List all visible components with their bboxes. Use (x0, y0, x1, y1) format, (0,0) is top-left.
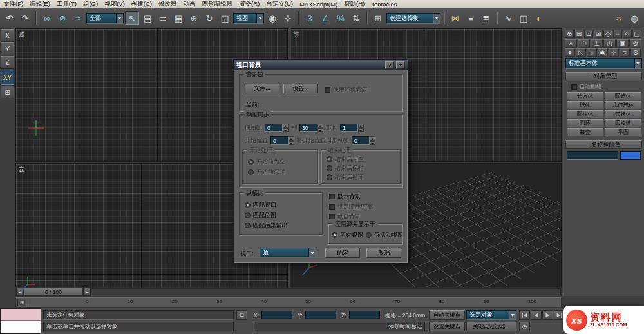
match-bitmap-radio[interactable] (245, 212, 251, 218)
tab-hierarchy[interactable]: ⊥ (591, 39, 603, 48)
set-key-button[interactable]: 设置关键点 (429, 322, 465, 331)
select-and-scale-icon[interactable]: ◱ (218, 11, 232, 25)
crossing-window-icon[interactable]: ▦ (171, 11, 185, 25)
previous-key-icon[interactable]: ◀ (531, 310, 542, 320)
material-editor-icon[interactable]: ◐ (532, 11, 546, 25)
named-selection-set-dropdown[interactable]: 创建选择集 (386, 13, 440, 24)
object-type-rollout-header[interactable]: - 对象类型 (565, 72, 642, 80)
menu-edit[interactable]: 编辑(E) (26, 0, 53, 8)
use-pivot-center-icon[interactable]: ◉ (265, 11, 279, 25)
menu-maxscript[interactable]: MAXScript(M) (296, 1, 341, 8)
lock-zoom-pan-checkbox[interactable] (329, 204, 335, 210)
teapot-button[interactable]: 茶壶 (567, 128, 603, 136)
mini-listener-macro-pane[interactable] (1, 309, 41, 321)
field-of-view-icon[interactable]: ◇ (603, 30, 612, 38)
systems-icon[interactable]: ⊛ (630, 48, 641, 57)
reference-coordsys-dropdown[interactable]: 视图 (233, 13, 264, 24)
object-name-field[interactable] (567, 151, 618, 160)
edit-named-selections-icon[interactable]: ⊞ (371, 11, 385, 25)
chevron-down-icon[interactable] (509, 311, 516, 319)
match-render-output-radio[interactable] (245, 223, 251, 228)
dialog-title-bar[interactable]: 视口背景 ? × (234, 60, 408, 70)
open-mini-curve-editor-icon[interactable]: ⊞ (17, 299, 26, 306)
restrict-xy-plane-button[interactable]: XY (1, 70, 14, 85)
tab-create[interactable]: ◬ (565, 39, 577, 48)
plane-button[interactable]: 平面 (605, 128, 641, 136)
sphere-button[interactable]: 球体 (567, 101, 603, 109)
time-slider-track[interactable] (91, 288, 561, 295)
cone-button[interactable]: 圆锥体 (605, 92, 641, 100)
schematic-view-icon[interactable]: ◫ (516, 11, 531, 25)
tab-modify[interactable]: ◠ (578, 39, 590, 48)
rectangular-region-icon[interactable]: ▭ (156, 11, 170, 25)
use-environment-background-checkbox[interactable] (325, 87, 330, 93)
viewport-dropdown[interactable]: 顶 (260, 248, 316, 257)
select-and-link-icon[interactable]: ∞ (40, 11, 54, 25)
object-color-swatch[interactable] (620, 151, 641, 160)
align-icon[interactable]: ≡ (464, 11, 478, 25)
menu-modifiers[interactable]: 修改器 (155, 0, 180, 8)
menu-animation[interactable]: 动画 (180, 0, 199, 8)
render-production-icon[interactable]: ◍ (627, 11, 641, 25)
curve-editor-icon[interactable]: ∿ (501, 11, 515, 25)
match-viewport-radio[interactable] (245, 202, 251, 208)
pyramid-button[interactable]: 四棱锥 (605, 119, 641, 127)
close-icon[interactable]: × (396, 61, 405, 69)
space-warps-icon[interactable]: ≈ (620, 48, 630, 57)
hold-before-start-radio[interactable] (248, 169, 254, 175)
select-object-icon[interactable]: ↖ (125, 11, 139, 25)
pan-icon[interactable]: ⇔ (613, 30, 622, 38)
mini-listener-script-pane[interactable] (1, 321, 41, 333)
unlink-selection-icon[interactable]: ⊘ (55, 11, 70, 25)
chevron-down-icon[interactable] (433, 14, 440, 23)
display-background-checkbox[interactable] (329, 194, 335, 199)
cancel-button[interactable]: 取消 (366, 248, 401, 258)
sync-start-spinner[interactable]: 0 (352, 136, 375, 145)
spinner-arrows-icon[interactable] (289, 136, 294, 145)
mirror-icon[interactable]: ⋈ (448, 11, 462, 25)
tab-display[interactable]: ▣ (616, 39, 629, 48)
chevron-down-icon[interactable] (308, 248, 316, 257)
ok-button[interactable]: 确定 (325, 248, 360, 258)
active-only-radio[interactable] (366, 232, 372, 238)
restrict-plane-cycle-button[interactable]: ⊞ (1, 86, 14, 98)
menu-customize[interactable]: 自定义(U) (263, 0, 296, 8)
tab-motion[interactable]: ◴ (603, 39, 616, 48)
menu-help[interactable]: 帮助(H) (341, 0, 368, 8)
all-views-radio[interactable] (332, 232, 337, 238)
name-color-rollout-header[interactable]: - 名称和颜色 (565, 140, 642, 149)
y-coord-field[interactable] (305, 311, 336, 319)
menu-file[interactable]: 文件(F) (0, 0, 26, 8)
shapes-icon[interactable]: ◺ (576, 48, 586, 57)
spinner-arrows-icon[interactable] (370, 136, 375, 145)
zoom-all-icon[interactable]: ⊞ (574, 30, 583, 38)
step-spinner[interactable]: 1 (340, 124, 364, 132)
zoom-extents-icon[interactable]: ⊡ (584, 30, 593, 38)
x-coord-field[interactable] (261, 311, 292, 319)
selection-set-dropdown[interactable]: 选定对象 (466, 310, 516, 320)
select-and-manipulate-icon[interactable]: ⊹ (281, 11, 295, 25)
track-bar[interactable]: ⊞ 0 10 20 30 40 50 60 70 80 90 100 (15, 297, 562, 308)
arc-rotate-icon[interactable]: ↻ (623, 30, 632, 38)
step-value[interactable]: 1 (340, 124, 358, 132)
help-icon[interactable]: ? (385, 61, 394, 69)
chevron-down-icon[interactable] (116, 14, 123, 23)
menu-tools[interactable]: 工具(T) (53, 0, 80, 8)
z-coord-field[interactable] (349, 311, 380, 319)
viewport-left-label[interactable]: 左 (19, 165, 25, 174)
restrict-z-button[interactable]: Z (1, 56, 14, 69)
start-position-value[interactable]: 0 (270, 136, 289, 145)
undo-icon[interactable]: ↶ (3, 11, 17, 25)
spinner-snap-icon[interactable]: ⇅ (349, 11, 363, 25)
tab-utilities[interactable]: ⊚ (629, 39, 641, 48)
zoom-icon[interactable]: ⊕ (565, 30, 574, 38)
use-frame-value[interactable]: 0 (265, 124, 283, 132)
tube-button[interactable]: 管状体 (605, 110, 641, 118)
geosphere-button[interactable]: 几何球体 (605, 101, 641, 109)
selection-filter-dropdown[interactable]: 全部 (86, 13, 124, 24)
snap-toggle-3d-icon[interactable]: 3 (303, 11, 317, 25)
auto-key-button[interactable]: 自动关键点 (429, 310, 465, 320)
restrict-y-button[interactable]: Y (1, 42, 14, 55)
play-icon[interactable]: ▶ (542, 310, 553, 320)
menu-tentacles[interactable]: Tentacles (368, 1, 400, 8)
